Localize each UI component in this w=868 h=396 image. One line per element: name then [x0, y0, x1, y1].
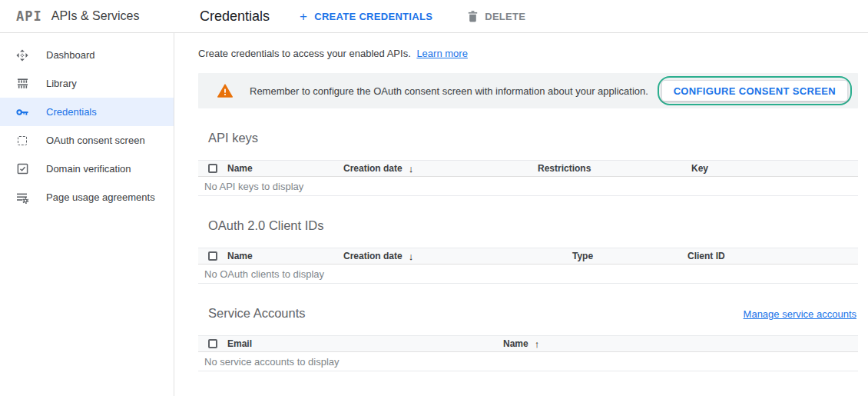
consent-screen-icon — [15, 134, 29, 148]
checkbox-cell — [198, 164, 227, 173]
topbar: Credentials + CREATE CREDENTIALS DELETE — [174, 0, 868, 33]
delete-button[interactable]: DELETE — [468, 11, 525, 22]
oauth-warning-banner: Remember to configure the OAuth consent … — [198, 73, 858, 108]
column-header-type[interactable]: Type — [572, 251, 687, 261]
page-title: Credentials — [200, 8, 300, 25]
column-header-name[interactable]: Name — [227, 251, 343, 261]
api-keys-empty-state: No API keys to display — [198, 177, 858, 196]
trash-icon — [468, 11, 478, 22]
sidebar-item-page-usage-agreements[interactable]: Page usage agreements — [0, 183, 174, 211]
oauth-clients-empty-state: No OAuth clients to display — [198, 265, 858, 284]
api-keys-table-header: Name Creation date ↓ Restrictions Key — [198, 160, 858, 177]
sidebar-item-label: Domain verification — [46, 163, 131, 175]
sort-asc-icon: ↑ — [535, 338, 540, 350]
sidebar-item-label: OAuth consent screen — [46, 135, 145, 146]
oauth-clients-title: OAuth 2.0 Client IDs — [208, 218, 858, 233]
sidebar-item-label: Credentials — [46, 106, 97, 118]
api-keys-section: API keys Name Creation date ↓ Restrictio… — [198, 131, 858, 196]
select-all-checkbox[interactable] — [208, 251, 217, 261]
annotation-highlight-ring: CONFIGURE CONSENT SCREEN — [658, 76, 852, 105]
sidebar-item-label: Library — [46, 78, 77, 89]
api-logo: API — [16, 8, 42, 24]
sidebar-item-label: Page usage agreements — [46, 191, 155, 203]
oauth-clients-section: OAuth 2.0 Client IDs Name Creation date … — [198, 218, 858, 284]
intro-sentence: Create credentials to access your enable… — [198, 48, 411, 59]
select-all-checkbox[interactable] — [208, 164, 217, 173]
apis-services-console: API APIs & Services Credentials + CREATE… — [0, 0, 868, 396]
service-accounts-table-header: Email Name ↑ — [198, 335, 858, 352]
delete-label: DELETE — [485, 11, 525, 22]
create-credentials-button[interactable]: + CREATE CREDENTIALS — [300, 10, 432, 23]
plus-icon: + — [300, 10, 307, 23]
main-content: Create credentials to access your enable… — [174, 33, 868, 396]
sidebar-item-credentials[interactable]: Credentials — [0, 98, 174, 126]
column-header-restrictions[interactable]: Restrictions — [538, 163, 691, 174]
configure-consent-screen-button[interactable]: CONFIGURE CONSENT SCREEN — [661, 80, 848, 101]
warning-icon — [217, 84, 233, 98]
intro-text: Create credentials to access your enable… — [198, 48, 858, 59]
column-header-creation-date[interactable]: Creation date ↓ — [343, 251, 572, 262]
usage-agreements-icon — [15, 191, 29, 205]
sidebar-nav: Dashboard Library — [0, 33, 174, 396]
domain-verification-icon — [15, 162, 29, 176]
sidebar-item-label: Dashboard — [46, 49, 95, 61]
oauth-clients-table-header: Name Creation date ↓ Type Client ID — [198, 248, 858, 265]
manage-service-accounts-link[interactable]: Manage service accounts — [744, 308, 856, 320]
sidebar-item-library[interactable]: Library — [0, 69, 174, 98]
select-all-checkbox[interactable] — [208, 339, 217, 348]
column-header-name[interactable]: Name — [227, 163, 343, 174]
checkbox-cell — [198, 251, 227, 261]
sort-desc-icon: ↓ — [409, 251, 414, 262]
api-keys-title: API keys — [208, 131, 858, 145]
sidebar-header: API APIs & Services — [0, 0, 174, 33]
service-accounts-title: Service Accounts — [208, 306, 306, 321]
sidebar-item-oauth-consent-screen[interactable]: OAuth consent screen — [0, 126, 174, 155]
sidebar-item-domain-verification[interactable]: Domain verification — [0, 155, 174, 183]
sort-desc-icon: ↓ — [409, 163, 414, 175]
checkbox-cell — [198, 339, 227, 348]
service-accounts-section: Service Accounts Manage service accounts… — [198, 284, 858, 371]
key-icon — [15, 105, 29, 119]
learn-more-link[interactable]: Learn more — [416, 48, 467, 59]
column-header-client-id[interactable]: Client ID — [687, 251, 858, 261]
sidebar-item-dashboard[interactable]: Dashboard — [0, 41, 174, 69]
column-header-creation-date[interactable]: Creation date ↓ — [343, 163, 538, 175]
library-icon — [15, 77, 29, 91]
column-header-key[interactable]: Key — [691, 163, 858, 174]
create-credentials-label: CREATE CREDENTIALS — [314, 11, 432, 22]
column-header-name[interactable]: Name ↑ — [503, 338, 858, 350]
dashboard-icon — [15, 48, 29, 62]
service-accounts-empty-state: No service accounts to display — [198, 352, 858, 371]
banner-message: Remember to configure the OAuth consent … — [250, 85, 648, 97]
column-header-email[interactable]: Email — [227, 338, 503, 349]
sidebar-title[interactable]: APIs & Services — [51, 9, 140, 23]
